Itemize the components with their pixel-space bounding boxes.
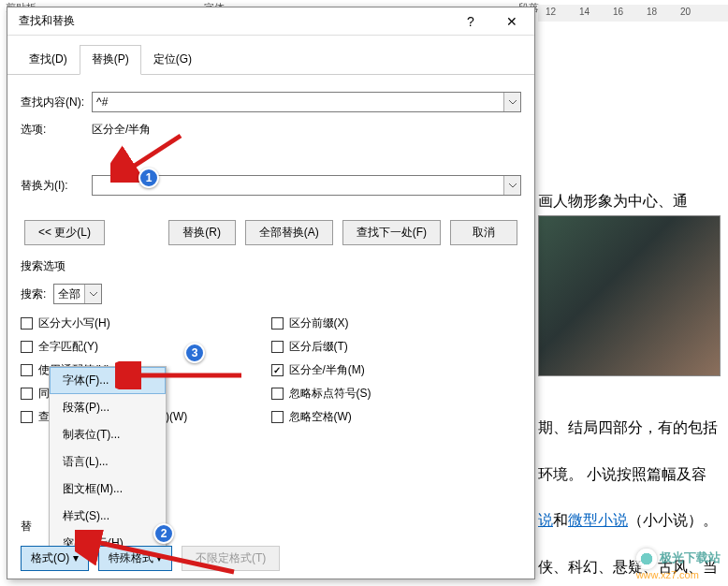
- checkbox-icon[interactable]: [21, 388, 33, 400]
- replace-button[interactable]: 替换(R): [168, 220, 236, 245]
- ruler: 12 14 16 18 20: [538, 5, 728, 22]
- find-input[interactable]: ^#: [92, 92, 521, 112]
- special-format-button[interactable]: 特殊格式 ▾: [98, 546, 172, 571]
- titlebar: 查找和替换 ? ✕: [7, 7, 534, 36]
- checkbox-icon[interactable]: [271, 364, 284, 376]
- checkbox-icon[interactable]: [21, 364, 33, 376]
- replace-section-label: 替: [21, 519, 521, 535]
- chevron-down-icon[interactable]: [84, 285, 101, 303]
- checkbox-icon[interactable]: [271, 341, 284, 353]
- annotation-badge-2: 2: [153, 523, 174, 544]
- dialog-title: 查找和替换: [19, 13, 450, 29]
- checkbox-option[interactable]: 区分后缀(T): [271, 339, 522, 355]
- checkbox-option[interactable]: 忽略标点符号(S): [271, 386, 522, 402]
- popup-menu-item[interactable]: 制表位(T)...: [50, 421, 166, 448]
- hyperlink[interactable]: 说: [538, 512, 553, 528]
- checkbox-icon[interactable]: [21, 341, 33, 353]
- checkbox-icon[interactable]: [21, 411, 33, 423]
- checkbox-label: 区分全/半角(M): [289, 362, 365, 378]
- popup-menu-item[interactable]: 图文框(M)...: [50, 476, 166, 503]
- checkbox-option[interactable]: 忽略空格(W): [271, 409, 522, 425]
- popup-menu-item[interactable]: 段落(P)...: [50, 394, 166, 421]
- tab-bar: 查找(D) 替换(P) 定位(G): [7, 36, 534, 75]
- checkbox-option[interactable]: 区分前缀(X): [271, 315, 522, 331]
- format-button[interactable]: 格式(O) ▾: [21, 546, 89, 571]
- tab-replace[interactable]: 替换(P): [80, 45, 141, 75]
- find-next-button[interactable]: 查找下一处(F): [342, 220, 441, 245]
- options-label: 选项:: [21, 122, 92, 138]
- checkbox-label: 忽略空格(W): [289, 409, 352, 425]
- checkbox-icon[interactable]: [271, 317, 284, 330]
- search-options-heading: 搜索选项: [21, 258, 521, 274]
- checkbox-option[interactable]: 区分全/半角(M): [271, 362, 522, 378]
- hyperlink[interactable]: 微型小说: [568, 512, 628, 528]
- tab-find[interactable]: 查找(D): [17, 45, 80, 74]
- replace-label: 替换为(I):: [21, 178, 92, 194]
- search-direction-label: 搜索:: [21, 286, 46, 302]
- annotation-badge-1: 1: [138, 168, 159, 188]
- watermark: 极光下载站 www.xz7.com: [636, 549, 721, 580]
- replace-all-button[interactable]: 全部替换(A): [245, 220, 333, 245]
- chevron-down-icon[interactable]: [503, 176, 520, 195]
- help-button[interactable]: ?: [450, 8, 491, 35]
- checkbox-label: 区分前缀(X): [289, 315, 349, 331]
- chevron-down-icon[interactable]: [503, 93, 520, 111]
- checkbox-option[interactable]: 全字匹配(Y): [21, 339, 271, 355]
- checkbox-icon[interactable]: [271, 411, 284, 423]
- checkbox-icon[interactable]: [271, 388, 284, 400]
- watermark-logo-icon: [636, 549, 657, 569]
- no-format-button[interactable]: 不限定格式(T): [182, 546, 280, 571]
- checkbox-icon[interactable]: [21, 317, 33, 330]
- checkbox-label: 忽略标点符号(S): [289, 386, 371, 402]
- options-value: 区分全/半角: [92, 122, 151, 138]
- checkbox-label: 区分后缀(T): [289, 339, 348, 355]
- checkbox-label: 区分大小写(H): [38, 315, 110, 331]
- checkbox-option[interactable]: 区分大小写(H): [21, 315, 271, 331]
- close-button[interactable]: ✕: [491, 8, 532, 35]
- tab-goto[interactable]: 定位(G): [141, 45, 204, 74]
- less-button[interactable]: << 更少(L): [24, 220, 105, 245]
- popup-menu-item[interactable]: 字体(F)...: [50, 367, 166, 394]
- find-replace-dialog: 查找和替换 ? ✕ 查找(D) 替换(P) 定位(G) 查找内容(N): ^# …: [7, 7, 535, 579]
- find-label: 查找内容(N):: [21, 95, 92, 110]
- popup-menu-item[interactable]: 语言(L)...: [50, 448, 166, 476]
- cancel-button[interactable]: 取消: [450, 220, 517, 245]
- search-direction-select[interactable]: 全部: [53, 284, 102, 304]
- annotation-badge-3: 3: [184, 343, 205, 363]
- checkbox-label: 全字匹配(Y): [38, 339, 98, 355]
- document-image: [538, 215, 721, 376]
